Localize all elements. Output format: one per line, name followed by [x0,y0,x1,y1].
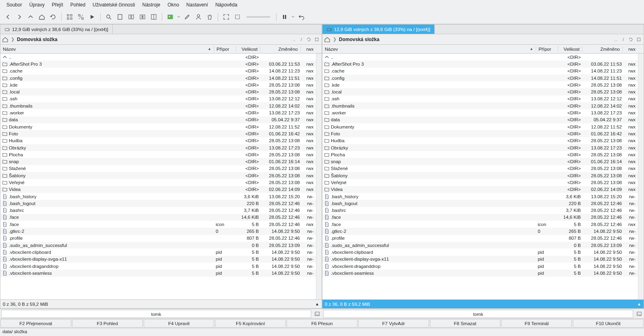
file-row[interactable]: .kde<DIR>28.05.22 13:08rwx [322,81,638,88]
file-row[interactable]: .vboxclient-clipboardpid5 B14.08.22 9:50… [0,249,316,255]
file-row[interactable]: .cache<DIR>14.08.22 11:23rwx [322,68,638,75]
file-row[interactable]: .vboxclient-display-svga-x11pid5 B14.08.… [322,256,638,263]
file-row[interactable]: .face14,6 KiB28.05.22 12:46rw- [0,214,316,221]
fn-button[interactable]: F8 Smazat [430,319,501,328]
zoom-slider[interactable] [246,16,270,18]
path-root[interactable]: / [299,37,304,42]
panel-tab[interactable]: 12,9 GiB volných z 38,6 GiB (33%) na / [… [322,25,435,34]
menu-pohled[interactable]: Pohled [67,1,89,9]
fit-button[interactable] [233,12,242,22]
undo-button[interactable] [297,12,306,22]
compare-button[interactable] [126,12,136,22]
view-button[interactable] [115,12,125,22]
col-date[interactable]: Změněno [582,47,623,52]
terminal-button-left[interactable] [312,311,322,317]
file-row[interactable]: .vboxclient-draganddroppid5 B14.08.22 9:… [0,263,316,270]
file-row[interactable]: Hudba<DIR>28.05.22 13:08rwx [322,137,638,144]
close-icon[interactable] [636,36,642,43]
path-root[interactable]: / [621,37,626,42]
file-row[interactable]: .vboxclient-clipboardpid5 B14.08.22 9:50… [322,249,638,255]
file-row[interactable]: Šablony<DIR>28.05.22 13:08rwx [0,172,316,179]
file-row[interactable]: .sudo_as_admin_successful0 B28.05.22 13:… [322,242,638,249]
file-row[interactable]: snap<DIR>01.06.22 16:14rwx [0,158,316,165]
scrollbar[interactable] [638,54,644,299]
file-row[interactable]: .bash_logout220 B28.05.22 12:46rw- [322,200,638,207]
fn-button[interactable]: F5 Kopírování [215,319,286,328]
file-row[interactable]: .local<DIR>28.05.22 13:08rwx [322,88,638,95]
file-row[interactable]: Dokumenty<DIR>12.08.22 11:52rwx [322,123,638,130]
file-row[interactable]: data<DIR>05.04.22 9:37rwx [322,116,638,123]
path-dots[interactable]: .. [291,37,297,42]
col-name[interactable]: Název▲ [0,47,214,52]
search-button[interactable] [104,12,114,22]
col-date[interactable]: Změněno [260,47,301,52]
refresh-icon[interactable] [627,36,634,43]
up-button[interactable] [26,12,35,22]
command-prompt-right[interactable]: tomk [323,310,633,318]
fn-button[interactable]: F4 Upravit [144,319,215,328]
breadcrumb-current[interactable]: Domovská složka [17,37,58,42]
file-row[interactable]: .config<DIR>14.08.22 11:51rwx [0,75,316,81]
file-row[interactable]: .faceicon5 B28.05.22 12:46rwx [322,221,638,228]
col-rwx[interactable]: rwx [623,47,638,52]
back-button[interactable] [3,12,13,22]
swap-panels-button[interactable] [138,12,147,22]
file-row[interactable]: Foto<DIR>01.06.22 16:42rwx [322,130,638,137]
file-row[interactable]: .sudo_as_admin_successful0 B28.05.22 13:… [0,242,316,249]
file-row[interactable]: Dokumenty<DIR>12.08.22 11:52rwx [0,123,316,130]
menu-nápověda[interactable]: Nápověda [212,1,241,9]
dropdown-arrow-icon[interactable] [177,15,181,19]
picture-button[interactable] [165,12,175,22]
breadcrumb-current[interactable]: Domovská složka [339,37,380,42]
file-row[interactable]: Foto<DIR>01.06.22 16:42rwx [0,130,316,137]
file-row[interactable]: Veřejné<DIR>28.05.22 13:08rwx [0,179,316,186]
close-icon[interactable] [314,36,320,43]
file-row[interactable]: .vboxclient-seamlesspid5 B14.08.22 9:50r… [0,270,316,276]
dropdown-arrow-icon[interactable] [291,15,295,19]
file-row[interactable]: .ssh<DIR>13.08.22 12:12rwx [0,95,316,102]
file-row[interactable]: .local<DIR>28.05.22 13:08rwx [0,88,316,95]
file-row[interactable]: Hudba<DIR>28.05.22 13:08rwx [0,137,316,144]
forward-button[interactable] [14,12,24,22]
file-row[interactable]: ..<DIR> [322,54,638,60]
file-row[interactable]: .bash_history3,6 KiB13.08.22 15:20rw- [0,193,316,200]
menu-soubor[interactable]: Soubor [3,1,25,9]
file-row[interactable]: Plocha<DIR>28.05.22 13:08rwx [0,151,316,158]
refresh-icon[interactable] [305,36,312,43]
menu-uživatelské činnosti[interactable]: Uživatelské činnosti [89,1,138,9]
deselect-button[interactable] [76,12,86,22]
col-ext[interactable]: Přípor [214,47,236,52]
select-button[interactable] [65,12,74,22]
col-rwx[interactable]: rwx [301,47,316,52]
home-button[interactable] [37,12,47,22]
menu-okno[interactable]: Okno [164,1,182,9]
fn-button[interactable]: F10 Ukončit [573,319,644,328]
file-list[interactable]: ..<DIR>.AfterShot Pro 3<DIR>03.06.22 11:… [0,54,316,299]
file-row[interactable]: Videa<DIR>02.06.22 14:09rwx [322,186,638,193]
fn-button[interactable]: F7 VytvAdr [358,319,429,328]
command-prompt-left[interactable]: tomk [1,310,311,318]
file-row[interactable]: .profile807 B28.05.22 12:46rw- [322,235,638,242]
file-row[interactable]: Stažené<DIR>28.05.22 13:08rwx [0,165,316,172]
col-size[interactable]: Velikost [236,47,260,52]
file-list[interactable]: ..<DIR>.AfterShot Pro 3<DIR>03.06.22 11:… [322,54,638,299]
pause-button[interactable] [280,12,289,22]
file-row[interactable]: .bashrc3,7 KiB28.05.22 12:46rw- [0,207,316,214]
scrollbar[interactable] [316,54,322,299]
file-row[interactable]: .AfterShot Pro 3<DIR>03.06.22 11:53rwx [0,60,316,67]
file-row[interactable]: .bash_history3,6 KiB13.08.22 15:20rw- [322,193,638,200]
panel-tab[interactable]: 12,9 GiB volných z 38,6 GiB (33%) na / [… [0,25,113,34]
file-row[interactable]: .bashrc3,7 KiB28.05.22 12:46rw- [322,207,638,214]
fn-button[interactable]: F9 Terminál [501,319,572,328]
menu-nástroje[interactable]: Nástroje [139,1,163,9]
col-size[interactable]: Velikost [558,47,582,52]
menu-úpravy[interactable]: Úpravy [26,1,48,9]
file-row[interactable]: Stažené<DIR>28.05.22 13:08rwx [322,165,638,172]
chevron-up-icon[interactable]: ▲ [637,302,641,306]
menu-přejít[interactable]: Přejít [49,1,66,9]
fn-button[interactable]: F2 Přejmenovat [0,319,71,328]
file-row[interactable]: .ssh<DIR>13.08.22 12:12rwx [322,95,638,102]
file-row[interactable]: .vboxclient-seamlesspid5 B14.08.22 9:50r… [322,270,638,276]
file-row[interactable]: Videa<DIR>02.06.22 14:09rwx [0,186,316,193]
file-row[interactable]: .cache<DIR>14.08.22 11:23rwx [0,68,316,75]
